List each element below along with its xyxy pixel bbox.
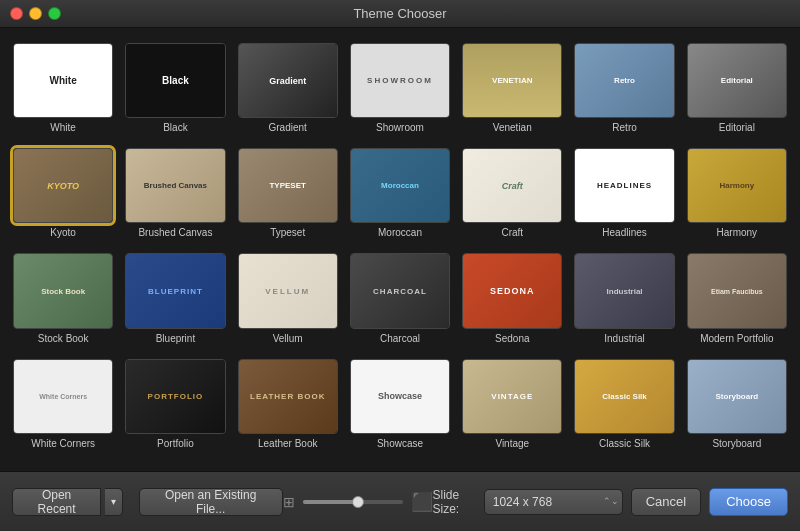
- theme-thumb: KYOTO: [14, 149, 112, 222]
- zoom-slider-thumb[interactable]: [352, 496, 364, 508]
- theme-thumb-wrapper: LEATHER BOOK: [238, 359, 338, 434]
- theme-thumb: PORTFOLIO: [126, 360, 224, 433]
- slide-size-label: Slide Size:: [433, 488, 476, 516]
- theme-thumb: LEATHER BOOK: [239, 360, 337, 433]
- maximize-button[interactable]: [48, 7, 61, 20]
- open-recent-dropdown-button[interactable]: ▾: [105, 488, 123, 516]
- open-recent-button[interactable]: Open Recent: [12, 488, 101, 516]
- theme-thumb: VENETIAN: [463, 44, 561, 117]
- theme-thumb-wrapper: Storyboard: [687, 359, 787, 434]
- theme-thumb-wrapper: VINTAGE: [462, 359, 562, 434]
- theme-thumb-wrapper: Black: [125, 43, 225, 118]
- theme-item-typeset[interactable]: TYPESETTypeset: [235, 145, 341, 242]
- theme-thumb-wrapper: Etiam Faucibus: [687, 253, 787, 328]
- theme-label: Showcase: [377, 438, 423, 450]
- theme-label: Leather Book: [258, 438, 318, 450]
- large-view-icon[interactable]: ⬛: [411, 491, 433, 513]
- theme-item-venetian[interactable]: VENETIANVenetian: [459, 40, 565, 137]
- theme-label: Moroccan: [378, 227, 422, 239]
- minimize-button[interactable]: [29, 7, 42, 20]
- theme-item-modern-portfolio[interactable]: Etiam FaucibusModern Portfolio: [684, 250, 790, 347]
- theme-thumb: Etiam Faucibus: [688, 254, 786, 327]
- theme-item-moroccan[interactable]: MoroccanMoroccan: [347, 145, 453, 242]
- theme-item-retro[interactable]: RetroRetro: [571, 40, 677, 137]
- theme-label: Modern Portfolio: [700, 333, 773, 345]
- theme-item-brushed-canvas[interactable]: Brushed CanvasBrushed Canvas: [122, 145, 228, 242]
- theme-thumb: VELLUM: [239, 254, 337, 327]
- theme-label: Industrial: [604, 333, 645, 345]
- theme-thumb-wrapper: Classic Silk: [574, 359, 674, 434]
- theme-thumb-wrapper: KYOTO: [13, 148, 113, 223]
- theme-item-editorial[interactable]: EditorialEditorial: [684, 40, 790, 137]
- theme-thumb-wrapper: VELLUM: [238, 253, 338, 328]
- theme-item-gradient[interactable]: GradientGradient: [235, 40, 341, 137]
- slide-size-select-wrapper[interactable]: 1024 x 7681920 x 1080800 x 600Custom Sli…: [484, 489, 623, 515]
- theme-thumb-wrapper: Editorial: [687, 43, 787, 118]
- themes-grid-container[interactable]: WhiteWhiteBlackBlackGradientGradientSHOW…: [0, 28, 800, 471]
- theme-item-vintage[interactable]: VINTAGEVintage: [459, 356, 565, 453]
- theme-label: Classic Silk: [599, 438, 650, 450]
- theme-item-storyboard[interactable]: StoryboardStoryboard: [684, 356, 790, 453]
- theme-item-industrial[interactable]: IndustrialIndustrial: [571, 250, 677, 347]
- theme-label: Vintage: [495, 438, 529, 450]
- theme-thumb: TYPESET: [239, 149, 337, 222]
- close-button[interactable]: [10, 7, 23, 20]
- theme-item-vellum[interactable]: VELLUMVellum: [235, 250, 341, 347]
- choose-button[interactable]: Choose: [709, 488, 788, 516]
- theme-item-craft[interactable]: CraftCraft: [459, 145, 565, 242]
- theme-label: Venetian: [493, 122, 532, 134]
- theme-thumb: CHARCOAL: [351, 254, 449, 327]
- theme-label: Blueprint: [156, 333, 195, 345]
- theme-item-showroom[interactable]: SHOWROOMShowroom: [347, 40, 453, 137]
- theme-item-white-corners[interactable]: White CornersWhite Corners: [10, 356, 116, 453]
- theme-label: Harmony: [717, 227, 758, 239]
- theme-thumb: Brushed Canvas: [126, 149, 224, 222]
- theme-item-sedona[interactable]: SEDONASedona: [459, 250, 565, 347]
- title-bar: Theme Chooser: [0, 0, 800, 28]
- theme-thumb: White Corners: [14, 360, 112, 433]
- zoom-slider-track[interactable]: [303, 500, 403, 504]
- theme-thumb: SHOWROOM: [351, 44, 449, 117]
- theme-item-white[interactable]: WhiteWhite: [10, 40, 116, 137]
- theme-item-leather-book[interactable]: LEATHER BOOKLeather Book: [235, 356, 341, 453]
- theme-thumb: Classic Silk: [575, 360, 673, 433]
- theme-item-stock-book[interactable]: Stock BookStock Book: [10, 250, 116, 347]
- zoom-slider-fill: [303, 500, 358, 504]
- theme-label: Portfolio: [157, 438, 194, 450]
- theme-label: Black: [163, 122, 187, 134]
- theme-label: Headlines: [602, 227, 646, 239]
- open-buttons-group: Open Recent ▾ Open an Existing File...: [12, 488, 283, 516]
- theme-label: White: [50, 122, 76, 134]
- theme-item-black[interactable]: BlackBlack: [122, 40, 228, 137]
- cancel-button[interactable]: Cancel: [631, 488, 701, 516]
- theme-thumb: Storyboard: [688, 360, 786, 433]
- theme-item-kyoto[interactable]: KYOTOKyoto: [10, 145, 116, 242]
- slide-size-select[interactable]: 1024 x 7681920 x 1080800 x 600Custom Sli…: [484, 489, 623, 515]
- grid-view-icon[interactable]: ⊞: [283, 494, 295, 510]
- themes-grid: WhiteWhiteBlackBlackGradientGradientSHOW…: [10, 40, 790, 453]
- theme-label: Kyoto: [50, 227, 76, 239]
- theme-item-harmony[interactable]: HarmonyHarmony: [684, 145, 790, 242]
- theme-item-showcase[interactable]: ShowcaseShowcase: [347, 356, 453, 453]
- theme-label: Gradient: [269, 122, 307, 134]
- theme-item-portfolio[interactable]: PORTFOLIOPortfolio: [122, 356, 228, 453]
- theme-label: Sedona: [495, 333, 529, 345]
- theme-thumb: Harmony: [688, 149, 786, 222]
- bottom-toolbar: Open Recent ▾ Open an Existing File... ⊞…: [0, 471, 800, 531]
- theme-thumb-wrapper: BLUEPRINT: [125, 253, 225, 328]
- open-existing-button[interactable]: Open an Existing File...: [139, 488, 283, 516]
- theme-item-charcoal[interactable]: CHARCOALCharcoal: [347, 250, 453, 347]
- theme-label: Craft: [501, 227, 523, 239]
- theme-label: Showroom: [376, 122, 424, 134]
- theme-label: Brushed Canvas: [138, 227, 212, 239]
- theme-label: Typeset: [270, 227, 305, 239]
- theme-item-headlines[interactable]: HEADLINESHeadlines: [571, 145, 677, 242]
- theme-label: Vellum: [273, 333, 303, 345]
- theme-item-blueprint[interactable]: BLUEPRINTBlueprint: [122, 250, 228, 347]
- theme-thumb: BLUEPRINT: [126, 254, 224, 327]
- theme-thumb: Gradient: [239, 44, 337, 117]
- theme-label: Charcoal: [380, 333, 420, 345]
- theme-thumb: VINTAGE: [463, 360, 561, 433]
- theme-thumb: Craft: [463, 149, 561, 222]
- theme-item-classic-silk[interactable]: Classic SilkClassic Silk: [571, 356, 677, 453]
